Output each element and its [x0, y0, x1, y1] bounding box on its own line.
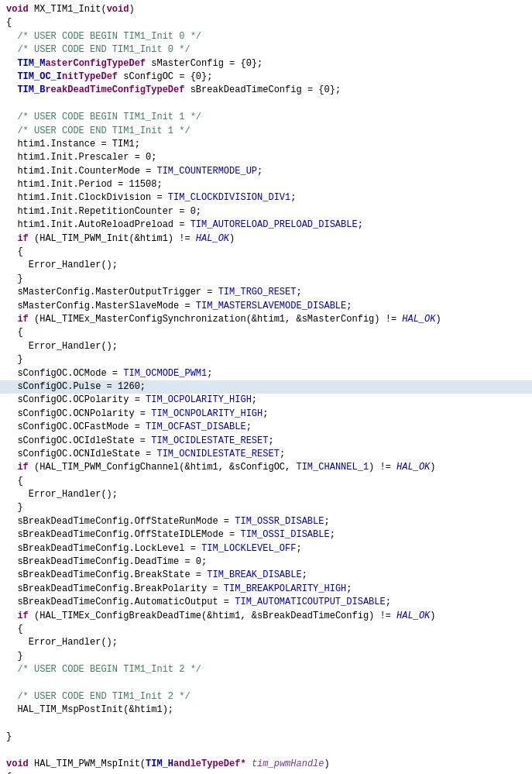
code-line: } [0, 731, 532, 744]
code-line: sConfigOC.OCFastMode = TIM_OCFAST_DISABL… [0, 421, 532, 434]
code-line: /* USER CODE BEGIN TIM1_Init 2 */ [0, 663, 532, 676]
code-line: htim1.Init.Period = 11508; [0, 178, 532, 191]
code-line: { [0, 246, 532, 259]
code-line: { [0, 326, 532, 339]
code-line: } [0, 353, 532, 366]
code-line: sConfigOC.OCIdleState = TIM_OCIDLESTATE_… [0, 435, 532, 448]
code-editor: void MX_TIM1_Init(void){ /* USER CODE BE… [0, 0, 532, 774]
code-line: { [0, 771, 532, 774]
code-line: { [0, 475, 532, 488]
code-line: htim1.Init.ClockDivision = TIM_CLOCKDIVI… [0, 191, 532, 205]
code-line: { [0, 623, 532, 636]
code-line: } [0, 650, 532, 663]
code-line: htim1.Init.CounterMode = TIM_COUNTERMODE… [0, 165, 532, 178]
code-line: TIM_OC_InitTypeDef sConfigOC = {0}; [0, 71, 532, 84]
code-line: TIM_BreakDeadTimeConfigTypeDef sBreakDea… [0, 84, 532, 97]
code-line: sConfigOC.Pulse = 1260; [0, 380, 532, 394]
code-line: sBreakDeadTimeConfig.BreakPolarity = TIM… [0, 583, 532, 596]
code-line: sConfigOC.OCPolarity = TIM_OCPOLARITY_HI… [0, 394, 532, 407]
code-line: sBreakDeadTimeConfig.OffStateRunMode = T… [0, 515, 532, 528]
code-line: sConfigOC.OCNPolarity = TIM_OCNPOLARITY_… [0, 408, 532, 421]
code-line: } [0, 273, 532, 286]
code-line: sConfigOC.OCNIdleState = TIM_OCNIDLESTAT… [0, 448, 532, 461]
code-line: /* USER CODE END TIM1_Init 1 */ [0, 125, 532, 138]
code-line: sBreakDeadTimeConfig.DeadTime = 0; [0, 556, 532, 569]
code-line [0, 98, 532, 111]
code-line [0, 717, 532, 731]
code-line: /* USER CODE END TIM1_Init 2 */ [0, 690, 532, 703]
code-line: sConfigOC.OCMode = TIM_OCMODE_PWM1; [0, 367, 532, 380]
code-line: Error_Handler(); [0, 259, 532, 272]
code-line: /* USER CODE BEGIN TIM1_Init 1 */ [0, 111, 532, 124]
code-line: if (HAL_TIM_PWM_Init(&htim1) != HAL_OK) [0, 232, 532, 246]
code-line [0, 677, 532, 690]
code-line: /* USER CODE END TIM1_Init 0 */ [0, 43, 532, 57]
code-line [0, 744, 532, 757]
code-line: { [0, 16, 532, 29]
code-line: sMasterConfig.MasterSlaveMode = TIM_MAST… [0, 300, 532, 313]
code-line: htim1.Init.Prescaler = 0; [0, 151, 532, 164]
code-line: Error_Handler(); [0, 488, 532, 501]
code-line: void MX_TIM1_Init(void) [0, 3, 532, 16]
code-line: sBreakDeadTimeConfig.OffStateIDLEMode = … [0, 528, 532, 542]
code-line: TIM_MasterConfigTypeDef sMasterConfig = … [0, 57, 532, 71]
code-line: htim1.Init.AutoReloadPreload = TIM_AUTOR… [0, 218, 532, 232]
code-line: if (HAL_TIM_PWM_ConfigChannel(&htim1, &s… [0, 461, 532, 474]
code-line: htim1.Init.RepetitionCounter = 0; [0, 205, 532, 218]
code-line: htim1.Instance = TIM1; [0, 138, 532, 151]
code-line: /* USER CODE BEGIN TIM1_Init 0 */ [0, 30, 532, 43]
code-line: sBreakDeadTimeConfig.AutomaticOutput = T… [0, 596, 532, 609]
code-line: } [0, 501, 532, 514]
code-line: sBreakDeadTimeConfig.LockLevel = TIM_LOC… [0, 542, 532, 556]
code-line: if (HAL_TIMEx_ConfigBreakDeadTime(&htim1… [0, 610, 532, 623]
code-line: if (HAL_TIMEx_MasterConfigSynchronizatio… [0, 313, 532, 326]
code-line: sMasterConfig.MasterOutputTrigger = TIM_… [0, 286, 532, 299]
code-line: Error_Handler(); [0, 636, 532, 649]
code-line: sBreakDeadTimeConfig.BreakState = TIM_BR… [0, 569, 532, 582]
code-line: Error_Handler(); [0, 340, 532, 353]
code-line: HAL_TIM_MspPostInit(&htim1); [0, 703, 532, 717]
code-line: void HAL_TIM_PWM_MspInit(TIM_HandleTypeD… [0, 758, 532, 771]
